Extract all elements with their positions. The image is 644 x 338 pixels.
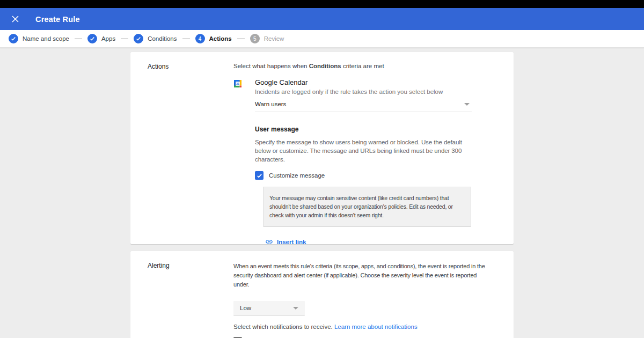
step-number-badge: 4	[195, 34, 205, 43]
step-connector	[121, 38, 128, 39]
step-label: Review	[264, 35, 284, 42]
customize-message-checkbox[interactable]	[255, 171, 264, 180]
severity-select-value: Low	[240, 305, 251, 311]
learn-more-notifications-link[interactable]: Learn more about notifications	[334, 324, 418, 330]
step-name-and-scope[interactable]: Name and scope	[9, 34, 69, 43]
dialog-title: Create Rule	[35, 15, 80, 24]
google-calendar-icon: 31	[233, 78, 255, 246]
step-label: Conditions	[148, 35, 177, 42]
create-rule-dialog: Create Rule Name and scope Apps Conditio…	[0, 0, 644, 338]
severity-select[interactable]: Low	[233, 301, 305, 315]
action-select[interactable]: Warn users	[255, 100, 472, 112]
customize-message-row[interactable]: Customize message	[255, 171, 472, 180]
step-label: Apps	[101, 35, 115, 42]
actions-section-label: Actions	[130, 52, 233, 244]
stepper: Name and scope Apps Conditions 4 Actions…	[0, 30, 644, 48]
notifications-line: Select which notifications to receive. L…	[233, 324, 497, 330]
insert-link-icon	[265, 238, 273, 246]
check-icon	[87, 34, 97, 43]
chevron-down-icon	[464, 103, 470, 106]
check-icon	[9, 34, 18, 43]
page-body: Actions Select what happens when Conditi…	[0, 48, 644, 338]
actions-intro-text: Select what happens when Conditions crit…	[233, 63, 497, 69]
insert-link-label: Insert link	[277, 239, 306, 245]
user-message-textarea[interactable]: Your message may contain sensitive conte…	[263, 187, 471, 226]
user-message-description: Specify the message to show users being …	[255, 138, 475, 164]
svg-text:31: 31	[236, 82, 239, 85]
actions-card: Actions Select what happens when Conditi…	[130, 52, 514, 244]
close-icon	[11, 15, 19, 23]
step-conditions[interactable]: Conditions	[134, 34, 177, 43]
step-connector	[182, 38, 190, 39]
app-description: Incidents are logged only if the rule ta…	[255, 89, 472, 95]
step-label: Name and scope	[23, 35, 69, 42]
insert-link-button[interactable]: Insert link	[265, 238, 306, 246]
app-bar: Create Rule	[0, 8, 644, 30]
alerting-description: When an event meets this rule's criteria…	[233, 262, 490, 289]
customize-message-label: Customize message	[269, 172, 325, 179]
check-icon	[257, 173, 262, 179]
step-review[interactable]: 5 Review	[250, 34, 284, 43]
top-black-bar	[0, 0, 644, 8]
step-actions[interactable]: 4 Actions	[195, 34, 232, 43]
user-message-heading: User message	[255, 126, 472, 133]
alerting-section-label: Alerting	[130, 251, 233, 338]
alerting-card-content: When an event meets this rule's criteria…	[233, 251, 514, 338]
step-apps[interactable]: Apps	[87, 34, 115, 43]
step-label: Actions	[209, 35, 232, 42]
step-connector	[237, 38, 245, 39]
action-select-value: Warn users	[255, 101, 286, 107]
step-number-badge: 5	[250, 34, 260, 43]
chevron-down-icon	[293, 307, 298, 310]
actions-card-content: Select what happens when Conditions crit…	[233, 52, 514, 244]
app-name: Google Calendar	[255, 78, 472, 86]
alerting-card: Alerting When an event meets this rule's…	[130, 251, 514, 338]
check-icon	[134, 34, 143, 43]
step-connector	[75, 38, 82, 39]
close-button[interactable]	[9, 13, 21, 26]
